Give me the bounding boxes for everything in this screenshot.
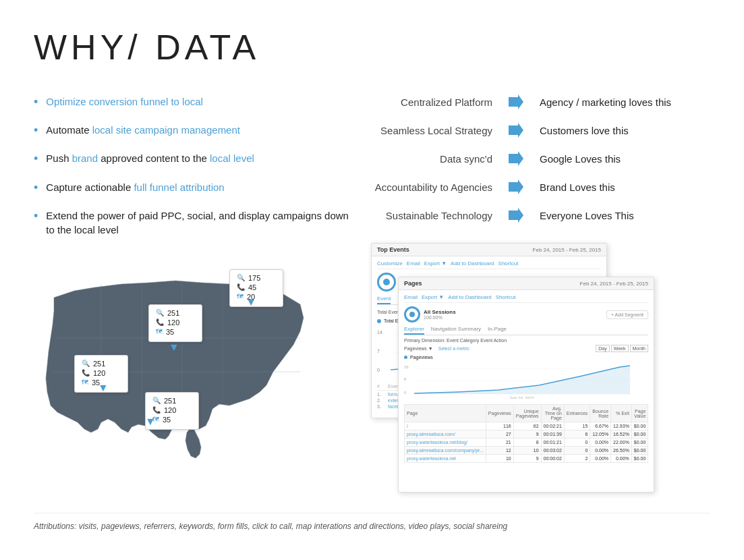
total-events-dot — [377, 319, 381, 323]
feature-result-3: Google Loves this — [526, 153, 710, 165]
pages-chart: 16 8 0 Feb 24, 2015 — [404, 362, 633, 399]
svg-text:0: 0 — [404, 391, 407, 395]
pages-sessions-label: All Sessions — [424, 309, 456, 315]
pin-midwest: ▼ — [169, 341, 179, 354]
col-upv: Unique Pageviews — [513, 405, 541, 422]
col-val: Page Value — [631, 405, 648, 422]
attribution-text: Attributions: visits, pageviews, referre… — [34, 522, 507, 531]
list-item: Automate local site campaign management — [34, 123, 357, 139]
phone-icon-c: 📞 — [82, 369, 90, 376]
svg-text:14: 14 — [377, 330, 382, 335]
pages-title: Pages — [404, 280, 422, 287]
tab-nav-summary[interactable]: Navigation Summary — [431, 326, 481, 335]
search-val-c: 251 — [93, 360, 105, 368]
phone-icon-s: 📞 — [152, 406, 161, 414]
table-row: proxy.waterleaslesa.net10900:00:0220.00%… — [405, 455, 648, 463]
col-exit: % Exit — [611, 405, 632, 422]
search-icon-ne: 🔍 — [237, 274, 245, 281]
bullet-text-2: Automate local site campaign management — [46, 123, 240, 137]
phone-icon-mw: 📞 — [156, 318, 164, 326]
svg-text:16: 16 — [404, 365, 409, 369]
table-row: proxy.almrealtuca.com/27900:01:39612.05%… — [405, 430, 648, 439]
export-btn[interactable]: Export ▼ — [424, 260, 447, 267]
email-btn[interactable]: Email — [407, 260, 420, 267]
select-metric-pages[interactable]: Select a metric — [438, 346, 469, 351]
search-val-s: 251 — [164, 397, 176, 405]
map-icon-mw: 🗺 — [156, 328, 163, 335]
page-title: WHY/ DATA — [34, 27, 710, 67]
search-val-mw: 251 — [167, 309, 179, 317]
tab-in-page[interactable]: In-Page — [488, 326, 507, 335]
bullet-text-5: Extend the power of paid PPC, social, an… — [46, 208, 357, 237]
add-dashboard-btn[interactable]: Add to Dashboard — [451, 260, 494, 267]
feature-table: Centralized Platform Agency / marketing … — [371, 94, 710, 223]
pages-export-btn[interactable]: Export ▼ — [422, 294, 444, 300]
table-row: proxy.waterleaslesa.net/blog/21800:01:21… — [405, 439, 648, 447]
search-icon-s: 🔍 — [152, 397, 161, 404]
customize-btn[interactable]: Customize — [377, 260, 403, 267]
table-row: proxy.almrealtuca.com/company/pr...12100… — [405, 447, 648, 455]
phone-val-mw: 120 — [167, 318, 179, 327]
pin-south: ▼ — [145, 416, 156, 428]
pages-header: Pages Feb 24, 2015 - Feb 25, 2015 — [399, 277, 654, 290]
feature-result-1: Agency / marketing loves this — [526, 96, 710, 108]
map-icon-c: 🗺 — [82, 379, 88, 386]
pages-sessions-circle — [404, 306, 420, 323]
phone-val-ne: 45 — [248, 283, 256, 291]
date-range-pages: Feb 24, 2015 - Feb 25, 2015 — [580, 281, 648, 287]
list-item: Extend the power of paid PPC, social, an… — [34, 208, 357, 237]
svg-marker-10 — [509, 208, 523, 223]
svg-text:0: 0 — [377, 368, 380, 372]
arrow-icon-3 — [506, 151, 526, 166]
feature-label-3: Data sync'd — [371, 153, 506, 165]
phone-val-c: 120 — [93, 369, 105, 377]
map-val-mw: 35 — [166, 328, 174, 336]
shortcut-btn[interactable]: Shortcut — [498, 260, 519, 267]
map-icon-ne: 🗺 — [237, 293, 244, 300]
pages-day-btn[interactable]: Day — [596, 345, 609, 352]
search-icon-c: 🔍 — [82, 360, 90, 367]
svg-text:8: 8 — [404, 377, 407, 381]
col-ent: Entrances — [564, 405, 590, 422]
col-page: Page — [405, 405, 486, 422]
pin-northeast: ▼ — [246, 296, 256, 308]
arrow-icon-1 — [506, 94, 526, 109]
pages-shortcut-btn[interactable]: Shortcut — [496, 294, 516, 300]
map-area: 🔍 175 📞 45 🗺 20 ▼ 🔍 251 — [34, 257, 317, 466]
feature-label-1: Centralized Platform — [371, 96, 506, 108]
svg-marker-8 — [509, 151, 523, 166]
feature-result-2: Customers love this — [526, 125, 710, 136]
pages-month-btn[interactable]: Month — [630, 345, 648, 352]
list-item: Capture actionable full funnel attributi… — [34, 180, 357, 196]
right-column: Centralized Platform Agency / marketing … — [357, 94, 710, 499]
phone-val-s: 120 — [164, 406, 176, 414]
pages-email-btn[interactable]: Email — [404, 294, 418, 300]
feature-result-4: Brand Loves this — [526, 181, 710, 193]
info-box-midwest: 🔍 251 📞 120 🗺 35 — [148, 304, 202, 342]
arrow-icon-4 — [506, 179, 526, 194]
pin-central: ▼ — [98, 382, 109, 394]
pages-sessions-val: 100.00% — [424, 315, 456, 320]
top-events-header: Top Events Feb 24, 2015 - Feb 25, 2015 — [372, 244, 606, 256]
feature-row-2: Seamless Local Strategy Customers love t… — [371, 123, 710, 138]
pages-add-segment[interactable]: + Add Segment — [606, 310, 648, 319]
bullet-text-4: Capture actionable full funnel attributi… — [46, 180, 224, 194]
search-val-ne: 175 — [248, 274, 260, 282]
top-events-title: Top Events — [377, 246, 409, 253]
feature-label-4: Accountability to Agencies — [371, 181, 506, 193]
pages-add-dash-btn[interactable]: Add to Dashboard — [448, 294, 492, 300]
pageviews-metric: Pageviews — [410, 355, 433, 360]
pages-week-btn[interactable]: Week — [611, 345, 629, 352]
feature-row-5: Sustainable Technology Everyone Loves Th… — [371, 208, 710, 223]
left-column: Optimize conversion funnel to local Auto… — [34, 94, 357, 499]
tab-explorer[interactable]: Explorer — [404, 326, 424, 335]
arrow-icon-2 — [506, 123, 526, 138]
bullet-text-1: Optimize conversion funnel to local — [46, 94, 203, 109]
phone-icon-ne: 📞 — [237, 283, 245, 291]
arrow-icon-5 — [506, 208, 526, 223]
pageviews-label: Pageviews ▼ — [404, 346, 433, 351]
tab-event[interactable]: Event — [377, 296, 391, 304]
col-bounce: Bounce Rate — [590, 405, 611, 422]
list-item: Optimize conversion funnel to local — [34, 94, 357, 111]
svg-marker-6 — [509, 94, 523, 109]
